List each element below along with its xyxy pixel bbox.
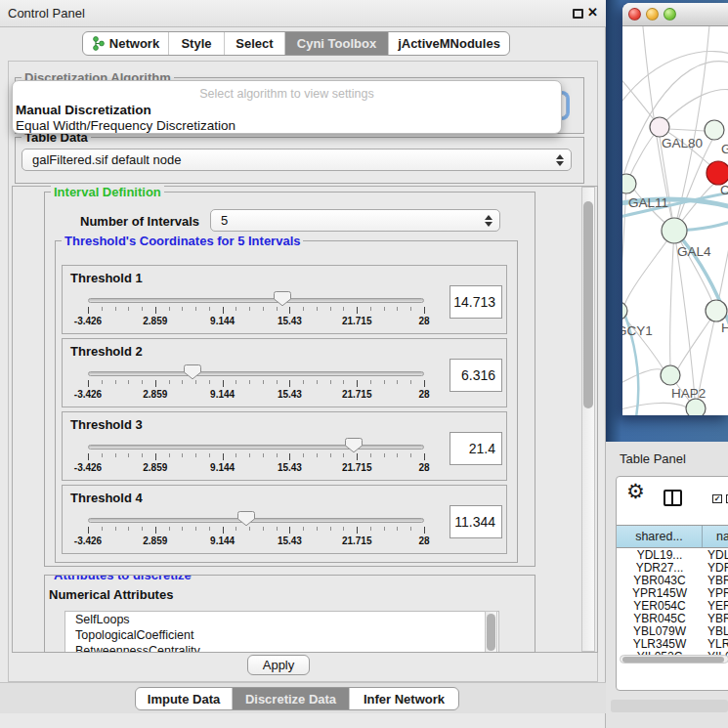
column-header-name[interactable]: na	[703, 526, 728, 547]
close-traffic-light-icon[interactable]	[628, 8, 641, 21]
tab-style[interactable]: Style	[169, 32, 225, 55]
node-label: GAL80	[662, 136, 703, 150]
threshold-3-slider[interactable]	[88, 445, 424, 450]
settings-vscrollbar-thumb[interactable]	[583, 201, 593, 408]
threshold-2-value-field[interactable]	[450, 359, 502, 392]
network-canvas[interactable]: GAL80 G C GAL11 GAL4 GCY1 H HAP2	[622, 26, 728, 415]
table-row[interactable]: YER054CYER0	[617, 600, 728, 613]
slider-tick-label: -3.426	[64, 462, 111, 473]
attributes-scrollbar-thumb[interactable]	[487, 614, 495, 651]
settings-vscrollbar[interactable]	[581, 187, 595, 652]
table-row[interactable]: YLR345WYLR3	[617, 638, 728, 651]
threshold-3-value-field[interactable]	[450, 432, 502, 465]
top-tab-bar: Network Style Select Cyni Toolbox jActiv…	[82, 31, 510, 56]
slider-thumb[interactable]	[237, 510, 255, 527]
network-node[interactable]	[706, 300, 727, 321]
slider-tick-label: 2.859	[132, 316, 179, 326]
table-cell[interactable]: YDL19...	[617, 549, 703, 562]
tab-impute-data[interactable]: Impute Data	[136, 688, 233, 709]
tab-select[interactable]: Select	[225, 32, 285, 55]
slider-major-tick	[155, 307, 156, 314]
attribute-item[interactable]: SelfLoops	[65, 612, 498, 627]
network-node[interactable]	[661, 365, 680, 385]
tab-network[interactable]: Network	[83, 32, 169, 55]
table-cell[interactable]: YBL0	[703, 625, 728, 638]
network-node[interactable]	[650, 117, 669, 137]
network-node[interactable]	[622, 174, 636, 193]
table-rows: YDL19...YDL1YDR27...YDR2YBR043CYBR0YPR14…	[617, 549, 728, 664]
tab-jactivemnodules[interactable]: jActiveMNodules	[389, 32, 509, 55]
slider-thumb[interactable]	[274, 290, 291, 307]
node-label: G	[721, 142, 728, 156]
float-window-icon[interactable]	[573, 9, 583, 19]
attributes-list[interactable]: SelfLoopsTopologicalCoefficientBetweenne…	[64, 611, 499, 653]
table-hscrollbar-thumb[interactable]	[622, 657, 724, 663]
table-hscrollbar[interactable]	[620, 655, 728, 664]
threshold-group-title: Threshold's Coordinates for 5 Intervals	[62, 234, 303, 248]
table-row[interactable]: YBR045CYBR0	[617, 613, 728, 625]
table-data-combobox[interactable]: galFiltered.sif default node	[21, 149, 572, 171]
table-cell[interactable]: YBR0	[703, 575, 728, 587]
table-row[interactable]: YBL079WYBL0	[617, 625, 728, 638]
table-cell[interactable]: YDR27...	[617, 562, 703, 575]
table-cell[interactable]: YLR345W	[617, 638, 703, 651]
slider-minor-tick	[249, 380, 250, 384]
table-cell[interactable]: YLR3	[703, 638, 728, 651]
tab-infer-network[interactable]: Infer Network	[350, 688, 458, 709]
threshold-2-slider[interactable]	[88, 371, 424, 376]
slider-minor-tick	[277, 527, 278, 531]
checkbox-icon[interactable]: ✓	[712, 494, 722, 503]
network-node[interactable]	[707, 161, 728, 185]
table-cell[interactable]: YBR043C	[617, 575, 703, 587]
tab-discretize-data[interactable]: Discretize Data	[233, 688, 350, 709]
attribute-item[interactable]: BetweennessCentrality	[65, 643, 498, 653]
attributes-scrollbar[interactable]	[485, 611, 497, 653]
slider-thumb[interactable]	[345, 437, 363, 453]
table-cell[interactable]: YBL079W	[617, 625, 703, 638]
table-row[interactable]: YPR145WYPR1	[617, 587, 728, 600]
threshold-1-value-field[interactable]	[450, 285, 502, 319]
table-row[interactable]: YDR27...YDR2	[617, 562, 728, 575]
threshold-1-slider[interactable]	[88, 298, 424, 303]
num-intervals-combobox[interactable]: 5	[210, 209, 500, 232]
network-node[interactable]	[705, 120, 724, 140]
tab-cyni-toolbox[interactable]: Cyni Toolbox	[285, 32, 389, 55]
popup-option-equal-width[interactable]: Equal Width/Frequency Discretization	[16, 118, 236, 133]
minimize-traffic-light-icon[interactable]	[646, 8, 659, 21]
table-row[interactable]: YDL19...YDL1	[617, 549, 728, 562]
stepper-icon	[485, 215, 492, 227]
table-row[interactable]: YBR043CYBR0	[617, 575, 728, 587]
popup-option-manual[interactable]: Manual Discretization	[16, 103, 151, 117]
slider-tick-label: 21.715	[333, 462, 380, 473]
column-header-shared[interactable]: shared...	[617, 526, 703, 547]
slider-tick-label: 15.43	[266, 462, 313, 473]
table-cell[interactable]: YER054C	[617, 600, 703, 613]
threshold-4-slider[interactable]	[88, 518, 424, 523]
slider-major-tick	[424, 380, 425, 387]
node-label: GAL11	[628, 195, 668, 210]
slider-major-tick	[223, 307, 224, 314]
table-cell[interactable]: YBR045C	[617, 613, 703, 625]
apply-button[interactable]: Apply	[247, 655, 310, 675]
slider-tick-label: 21.715	[333, 389, 380, 400]
attribute-item[interactable]: TopologicalCoefficient	[65, 627, 498, 643]
table-cell[interactable]: YPR1	[703, 587, 728, 600]
table-cell[interactable]: YPR145W	[617, 587, 703, 600]
gear-icon[interactable]: ⚙	[626, 480, 645, 503]
network-window-titlebar[interactable]	[622, 3, 728, 26]
table-cell[interactable]: YER0	[703, 600, 728, 613]
slider-minor-tick	[263, 527, 264, 531]
zoom-traffic-light-icon[interactable]	[664, 8, 676, 21]
table-cell[interactable]: YDR2	[703, 562, 728, 575]
slider-thumb[interactable]	[184, 364, 201, 380]
table-cell[interactable]: YDL1	[703, 549, 728, 562]
table-cell[interactable]: YBR0	[703, 613, 728, 625]
network-node[interactable]	[686, 399, 706, 415]
network-node[interactable]	[662, 218, 687, 243]
close-icon[interactable]: ✕	[587, 5, 598, 20]
node-label: H	[721, 321, 728, 335]
slider-major-tick	[357, 307, 358, 314]
split-view-icon[interactable]	[664, 490, 682, 506]
slider-minor-tick	[277, 380, 278, 384]
threshold-4-value-field[interactable]	[450, 505, 502, 538]
